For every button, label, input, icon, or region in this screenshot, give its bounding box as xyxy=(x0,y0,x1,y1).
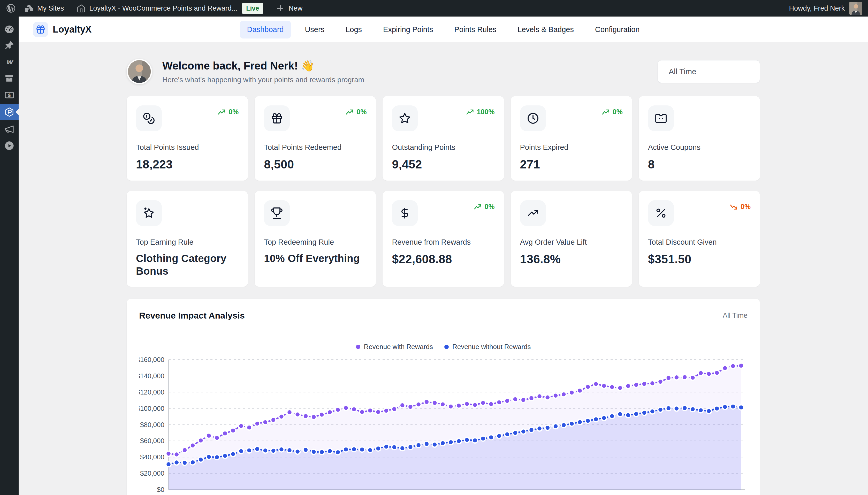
dashboard-page: Welcome back, Fred Nerk! 👋 Here's what's… xyxy=(19,42,868,495)
stat-label: Active Coupons xyxy=(648,143,751,152)
stat-value: 136.8% xyxy=(520,252,623,266)
plus-icon xyxy=(275,3,285,14)
stat-label: Total Discount Given xyxy=(648,238,751,246)
legend-dot xyxy=(356,345,360,349)
sidebar-item-woocommerce-w[interactable]: w xyxy=(0,55,19,69)
svg-text:$: $ xyxy=(8,92,11,98)
svg-text:$20,000: $20,000 xyxy=(140,470,164,477)
tab-expiring-points[interactable]: Expiring Points xyxy=(376,21,440,38)
page-title: Welcome back, Fred Nerk! 👋 xyxy=(162,59,364,72)
stat-value: 271 xyxy=(520,157,623,171)
user-avatar[interactable] xyxy=(849,2,862,15)
legend-dot xyxy=(444,345,449,349)
period-select[interactable]: All Time xyxy=(657,60,760,83)
legend-label: Revenue with Rewards xyxy=(364,343,433,351)
stat-label: Total Points Redeemed xyxy=(264,143,367,152)
sidebar-item-megaphone[interactable] xyxy=(0,122,19,136)
megaphone-icon xyxy=(4,124,15,134)
tab-dashboard[interactable]: Dashboard xyxy=(240,21,291,38)
sidebar-item-archive-box[interactable] xyxy=(0,71,19,86)
stat-value: 8 xyxy=(648,157,751,171)
sidebar-item-loyaltyx-logo[interactable] xyxy=(0,104,19,120)
live-badge: Live xyxy=(242,3,263,14)
clock-icon xyxy=(520,105,546,131)
tab-configuration[interactable]: Configuration xyxy=(588,21,647,38)
trend-badge: 0% xyxy=(729,203,751,211)
brand: LoyaltyX xyxy=(33,17,91,42)
trend-up-icon xyxy=(217,109,226,115)
stat-value: 9,452 xyxy=(392,157,495,171)
brand-name: LoyaltyX xyxy=(53,24,91,35)
svg-text:$60,000: $60,000 xyxy=(140,437,164,445)
chart-title: Revenue Impact Analysis xyxy=(139,310,245,321)
stat-value: $22,608.88 xyxy=(392,252,495,266)
svg-text:$100,000: $100,000 xyxy=(139,404,164,412)
my-sites-menu[interactable]: My Sites xyxy=(20,0,68,17)
site-link[interactable]: LoyaltyX - WooCommerce Points and Reward… xyxy=(72,0,268,17)
coins-icon xyxy=(136,105,162,131)
sidebar-item-speedometer[interactable] xyxy=(0,22,19,36)
new-content-menu[interactable]: New xyxy=(271,0,306,17)
legend-revenue-with-rewards[interactable]: Revenue with Rewards xyxy=(356,343,433,351)
tab-points-rules[interactable]: Points Rules xyxy=(447,21,503,38)
chart-period-label: All Time xyxy=(723,311,748,320)
trend-up-icon xyxy=(601,109,610,115)
stat-label: Total Points Issued xyxy=(136,143,238,152)
trend-badge: 0% xyxy=(601,108,623,116)
stat-value: Clothing Category Bonus xyxy=(136,252,238,277)
tab-logs[interactable]: Logs xyxy=(338,21,369,38)
stat-card-top-earning-rule: Top Earning RuleClothing Category Bonus xyxy=(127,191,248,287)
stat-card-top-redeeming-rule: Top Redeeming Rule10% Off Everything xyxy=(255,191,376,287)
stat-label: Top Earning Rule xyxy=(136,238,238,246)
home-icon xyxy=(76,3,86,14)
stat-card-revenue-from-rewards: 0%Revenue from Rewards$22,608.88 xyxy=(383,191,504,287)
stat-label: Top Redeeming Rule xyxy=(264,238,367,246)
percent-icon xyxy=(648,200,674,226)
nav-tabs: DashboardUsersLogsExpiring PointsPoints … xyxy=(19,17,868,42)
trophy-icon xyxy=(264,200,290,226)
stats-grid: 0%Total Points Issued18,2230%Total Point… xyxy=(127,96,760,287)
svg-text:$160,000: $160,000 xyxy=(139,357,164,363)
svg-text:w: w xyxy=(6,57,14,66)
howdy-label[interactable]: Howdy, Fred Nerk xyxy=(789,4,845,12)
trend-up-icon xyxy=(466,109,474,115)
trending-up-icon xyxy=(520,200,546,226)
ticket-icon xyxy=(648,105,674,131)
svg-text:$140,000: $140,000 xyxy=(139,372,164,379)
new-label: New xyxy=(288,4,302,12)
wp-admin-bar: My Sites LoyaltyX - WooCommerce Points a… xyxy=(0,0,868,17)
gift-icon xyxy=(264,105,290,131)
stat-label: Revenue from Rewards xyxy=(392,238,495,246)
legend-label: Revenue without Rewards xyxy=(452,343,531,351)
dollar-icon xyxy=(392,200,418,226)
money-card-icon: $ xyxy=(4,90,15,100)
wp-admin-menu: w$ xyxy=(0,17,19,495)
gift-logo-icon xyxy=(33,22,48,37)
welcome-avatar xyxy=(127,59,152,84)
sidebar-item-play-circle[interactable] xyxy=(0,138,19,153)
stat-card-outstanding-points: 100%Outstanding Points9,452 xyxy=(383,96,504,181)
revenue-chart: $0$20,000$40,000$60,000$80,000$100,000$1… xyxy=(139,357,748,495)
speedometer-icon xyxy=(4,24,15,34)
tab-users[interactable]: Users xyxy=(298,21,332,38)
page-subtitle: Here's what's happening with your points… xyxy=(162,76,364,84)
trend-badge: 0% xyxy=(345,108,367,116)
stat-card-total-discount-given: 0%Total Discount Given$351.50 xyxy=(639,191,760,287)
trend-down-icon xyxy=(729,204,738,210)
stat-card-total-points-redeemed: 0%Total Points Redeemed8,500 xyxy=(255,96,376,181)
stat-card-active-coupons: Active Coupons8 xyxy=(639,96,760,181)
stat-card-points-expired: 0%Points Expired271 xyxy=(511,96,632,181)
stat-label: Outstanding Points xyxy=(392,143,495,152)
trend-up-icon xyxy=(345,109,354,115)
plugin-top-nav: LoyaltyX DashboardUsersLogsExpiring Poin… xyxy=(19,17,868,42)
sidebar-item-money-card[interactable]: $ xyxy=(0,88,19,102)
star-icon xyxy=(392,105,418,131)
archive-box-icon xyxy=(4,73,15,84)
my-sites-label: My Sites xyxy=(37,4,64,12)
sidebar-item-pushpin[interactable] xyxy=(0,38,19,53)
loyaltyx-logo-icon xyxy=(4,107,15,117)
legend-revenue-without-rewards[interactable]: Revenue without Rewards xyxy=(444,343,531,351)
svg-text:$0: $0 xyxy=(157,486,164,493)
tab-levels-badges[interactable]: Levels & Badges xyxy=(510,21,581,38)
wordpress-logo-icon[interactable] xyxy=(6,3,16,14)
